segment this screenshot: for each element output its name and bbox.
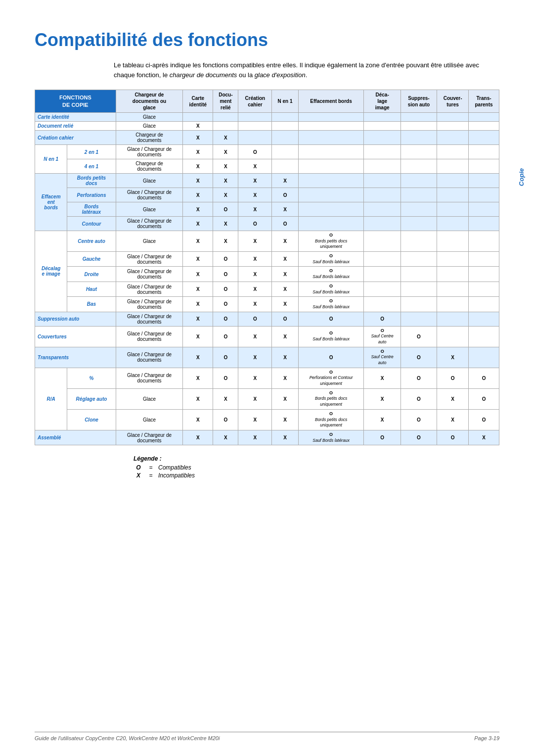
table-row: Décalage image Centre auto Glace X X X X… xyxy=(35,231,499,252)
table-row: Bas Glace / Chargeur dedocuments X O X X… xyxy=(35,297,499,312)
header-carte: Carteidentité xyxy=(183,90,213,113)
table-row: Couvertures Glace / Chargeur dedocuments… xyxy=(35,326,499,347)
header-suppres: Suppres-sion auto xyxy=(400,90,437,113)
table-row: Haut Glace / Chargeur dedocuments X O X … xyxy=(35,282,499,296)
legend-x-symbol: X xyxy=(134,472,143,479)
legend-x-meaning: Incompatibles xyxy=(158,472,195,479)
legend-o-row: O = Compatibles xyxy=(134,464,499,471)
table-row: N en 1 2 en 1 Glace / Chargeur dedocumen… xyxy=(35,145,499,159)
table-row: Assemblé Glace / Chargeur dedocuments X … xyxy=(35,430,499,445)
table-row: Gauche Glace / Chargeur dedocuments X O … xyxy=(35,252,499,267)
legend-x-row: X = Incompatibles xyxy=(134,472,499,479)
table-row: Clone Glace X O X X OBords petits docsun… xyxy=(35,409,499,430)
table-row: Contour Glace / Chargeur dedocuments X X… xyxy=(35,217,499,231)
table-row: Droite Glace / Chargeur dedocuments X O … xyxy=(35,267,499,282)
header-trans: Trans-parents xyxy=(469,90,499,113)
table-row: Transparents Glace / Chargeur dedocument… xyxy=(35,347,499,368)
table-row: Création cahier Chargeur dedocuments X X xyxy=(35,131,499,145)
table-row: Effacementbords Bords petitsdocs Glace X… xyxy=(35,174,499,188)
table-row: Perforations Glace / Chargeur dedocument… xyxy=(35,188,499,202)
table-row: Bordslatéraux Glace X O X X xyxy=(35,202,499,217)
table-row: Réglage auto Glace X X X X OBords petits… xyxy=(35,388,499,409)
legend-equals-o: = xyxy=(143,464,158,471)
table-row: 4 en 1 Chargeur dedocuments X X X xyxy=(35,159,499,174)
header-decalage: Déca-lageimage xyxy=(364,90,400,113)
header-nen1: N en 1 xyxy=(272,90,298,113)
side-label: Copie xyxy=(518,168,525,186)
legend-o-symbol: O xyxy=(134,464,143,471)
legend-equals-x: = xyxy=(143,472,158,479)
compatibility-table: FONCTIONSDE COPIE Chargeur dedocuments o… xyxy=(35,90,499,445)
header-couver: Couver-tures xyxy=(437,90,469,113)
footer: Guide de l'utilisateur CopyCentre C20, W… xyxy=(35,732,499,741)
header-effacement: Effacement bords xyxy=(298,90,364,113)
header-document: Docu-mentrelié xyxy=(213,90,238,113)
header-creation: Créationcahier xyxy=(238,90,272,113)
intro-paragraph: Le tableau ci-après indique les fonction… xyxy=(114,60,499,80)
table-row: R/A % Glace / Chargeur dedocuments X O X… xyxy=(35,368,499,388)
footer-left: Guide de l'utilisateur CopyCentre C20, W… xyxy=(35,735,220,741)
legend-title: Légende : xyxy=(134,455,499,462)
page-title: Compatibilité des fonctions xyxy=(35,30,499,50)
table-row: Carte identité Glace xyxy=(35,113,499,122)
footer-right: Page 3-19 xyxy=(474,735,499,741)
table-row: Document relié Glace X xyxy=(35,122,499,131)
header-fonctions: FONCTIONSDE COPIE xyxy=(35,90,116,113)
table-row: Suppression auto Glace / Chargeur dedocu… xyxy=(35,312,499,326)
header-chargeur: Chargeur dedocuments ouglace xyxy=(116,90,183,113)
legend-section: Légende : O = Compatibles X = Incompatib… xyxy=(134,455,499,479)
legend-o-meaning: Compatibles xyxy=(158,464,191,471)
